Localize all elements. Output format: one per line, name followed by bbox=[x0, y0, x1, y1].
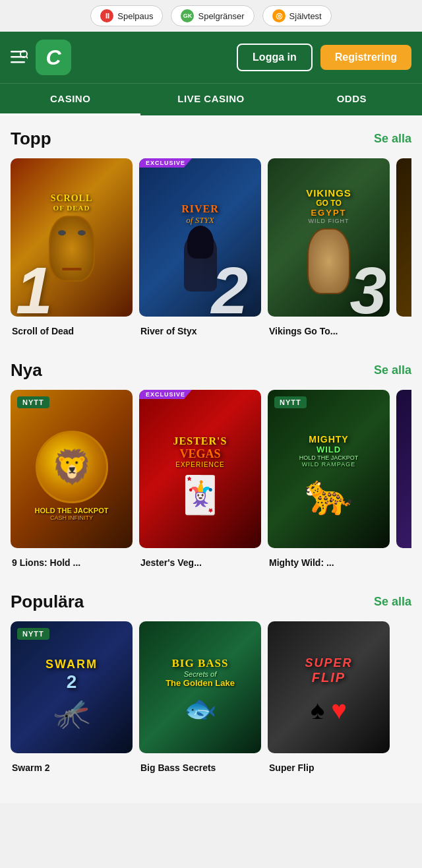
game-card-bigbass[interactable]: BIG BASS Secrets of The Golden Lake 🐟 Bi… bbox=[139, 621, 261, 773]
game-name-9lions: 9 Lions: Hold ... bbox=[11, 557, 133, 568]
game-thumb-9lions: NYTT 🦁 HOLD THE JACKPOT CASH INFINITY bbox=[11, 390, 133, 548]
game-card-swarm[interactable]: NYTT SWARM 2 🦟 Swarm 2 bbox=[11, 621, 133, 773]
game-card-vikings[interactable]: VIKINGS GO TO EGYPT WILD FIGHT 3 Vikings… bbox=[268, 158, 390, 336]
populara-section: Populära Se alla NYTT SWARM 2 🦟 Swarm 2 bbox=[0, 578, 422, 784]
game-name-bigbass: Big Bass Secrets bbox=[139, 762, 261, 773]
menu-icon bbox=[11, 49, 28, 66]
rank-3: 3 bbox=[349, 257, 386, 317]
game-name-vikings: Vikings Go To... bbox=[268, 326, 390, 336]
spelpaus-button[interactable]: ⏸ Spelpaus bbox=[90, 5, 163, 26]
game-name-superflip: Super Flip bbox=[268, 762, 390, 773]
topp-section: Topp Se alla SCROLL OF DEAD bbox=[0, 115, 422, 347]
badge-exclusive-river: EXCLUSIVE bbox=[139, 158, 192, 168]
game-name-mighty-wild: Mighty Wild: ... bbox=[268, 557, 390, 568]
header: C Logga in Registrering bbox=[0, 32, 422, 83]
game-card-superflip[interactable]: SUPER FLIP ♠ ♥ Super Flip bbox=[268, 621, 390, 773]
game-card-partial-nya4 bbox=[396, 390, 411, 568]
nya-title: Nya bbox=[11, 360, 42, 381]
game-thumb-mighty-wild: NYTT MIGHTY WILD HOLD THE JACKPOT WILD R… bbox=[268, 390, 390, 548]
topp-title: Topp bbox=[11, 129, 51, 149]
nya-header: Nya Se alla bbox=[11, 360, 411, 381]
game-card-partial-4 bbox=[396, 158, 411, 336]
menu-search-button[interactable] bbox=[11, 49, 28, 66]
populara-title: Populära bbox=[11, 592, 84, 612]
svg-line-4 bbox=[26, 57, 28, 59]
rank-1: 1 bbox=[16, 257, 53, 317]
game-thumb-swarm: NYTT SWARM 2 🦟 bbox=[11, 621, 133, 753]
populara-header: Populära Se alla bbox=[11, 592, 411, 612]
spelgransen-button[interactable]: GK Spelgränser bbox=[171, 5, 254, 26]
svg-rect-2 bbox=[11, 61, 25, 63]
nya-games-row: NYTT 🦁 HOLD THE JACKPOT CASH INFINITY 9 … bbox=[11, 390, 411, 573]
register-button[interactable]: Registrering bbox=[320, 45, 411, 70]
game-thumb-scroll-of-dead: SCROLL OF DEAD 1 bbox=[11, 158, 133, 317]
spelpaus-icon: ⏸ bbox=[100, 9, 113, 22]
sjalvtest-icon: ◎ bbox=[272, 9, 286, 22]
sjalvtest-label: Självtest bbox=[289, 11, 322, 21]
game-thumb-superflip: SUPER FLIP ♠ ♥ bbox=[268, 621, 390, 753]
login-button[interactable]: Logga in bbox=[237, 44, 313, 71]
spelgransen-icon: GK bbox=[181, 9, 194, 22]
game-name-river-of-styx: River of Styx bbox=[139, 326, 261, 336]
game-thumb-bigbass: BIG BASS Secrets of The Golden Lake 🐟 bbox=[139, 621, 261, 753]
game-card-river-of-styx[interactable]: EXCLUSIVE RIVER of STYX 2 River of Styx bbox=[139, 158, 261, 336]
top-bar: ⏸ Spelpaus GK Spelgränser ◎ Självtest bbox=[0, 0, 422, 32]
game-name-swarm: Swarm 2 bbox=[11, 762, 133, 773]
game-card-9lions[interactable]: NYTT 🦁 HOLD THE JACKPOT CASH INFINITY 9 … bbox=[11, 390, 133, 568]
nya-section: Nya Se alla NYTT 🦁 HOLD THE JACKPOT CASH… bbox=[0, 347, 422, 578]
rank-2: 2 bbox=[211, 257, 248, 317]
badge-exclusive-jesters: EXCLUSIVE bbox=[139, 390, 192, 399]
sjalvtest-button[interactable]: ◎ Självtest bbox=[262, 5, 332, 26]
badge-nytt-swarm: NYTT bbox=[17, 628, 49, 640]
game-card-scroll-of-dead[interactable]: SCROLL OF DEAD 1 Scroll of Dead bbox=[11, 158, 133, 336]
game-thumb-river-of-styx: EXCLUSIVE RIVER of STYX 2 bbox=[139, 158, 261, 317]
topp-see-all[interactable]: Se alla bbox=[374, 132, 411, 146]
spelpaus-label: Spelpaus bbox=[117, 11, 153, 21]
game-card-mighty-wild[interactable]: NYTT MIGHTY WILD HOLD THE JACKPOT WILD R… bbox=[268, 390, 390, 568]
populara-games-row: NYTT SWARM 2 🦟 Swarm 2 BIG BASS Secrets … bbox=[11, 621, 411, 778]
game-name-scroll-of-dead: Scroll of Dead bbox=[11, 326, 133, 336]
content: Topp Se alla SCROLL OF DEAD bbox=[0, 115, 422, 803]
nav-item-casino[interactable]: CASINO bbox=[0, 84, 140, 115]
badge-nytt-9lions: NYTT bbox=[17, 396, 49, 408]
logo[interactable]: C bbox=[36, 40, 71, 75]
populara-see-all[interactable]: Se alla bbox=[374, 595, 411, 609]
nav-bar: CASINO LIVE CASINO ODDS bbox=[0, 83, 422, 115]
spelgransen-label: Spelgränser bbox=[198, 11, 244, 21]
nya-see-all[interactable]: Se alla bbox=[374, 363, 411, 377]
badge-nytt-mighty: NYTT bbox=[274, 396, 307, 408]
nav-item-odds[interactable]: ODDS bbox=[282, 84, 422, 115]
game-thumb-vikings: VIKINGS GO TO EGYPT WILD FIGHT 3 bbox=[268, 158, 390, 317]
nav-item-live-casino[interactable]: LIVE CASINO bbox=[140, 84, 281, 115]
game-thumb-jesters: EXCLUSIVE JESTER'S VEGAS EXPERIENCE 🃏 bbox=[139, 390, 261, 548]
topp-games-row: SCROLL OF DEAD 1 Scroll of Dead bbox=[11, 158, 411, 342]
game-card-jesters[interactable]: EXCLUSIVE JESTER'S VEGAS EXPERIENCE 🃏 Je… bbox=[139, 390, 261, 568]
game-name-jesters: Jester's Veg... bbox=[139, 557, 261, 568]
topp-header: Topp Se alla bbox=[11, 129, 411, 149]
